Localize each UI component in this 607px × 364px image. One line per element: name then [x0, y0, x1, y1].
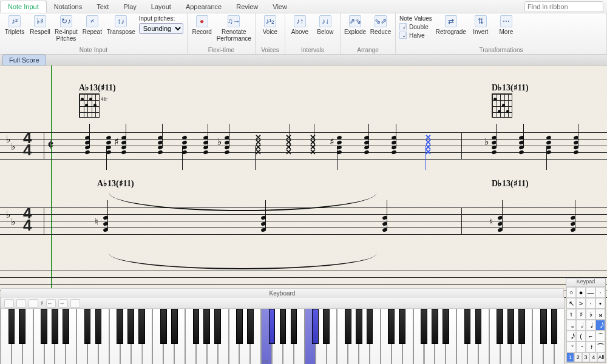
black-key[interactable] — [52, 309, 58, 344]
document-tab-full-score[interactable]: Full Score — [2, 55, 46, 66]
respell-button[interactable]: ♭♯Respell — [29, 15, 51, 35]
black-key[interactable] — [84, 309, 91, 344]
tab-note-input[interactable]: Note Input — [0, 1, 47, 13]
keypad-cell[interactable]: 𝄼 — [576, 342, 586, 352]
transpose-button[interactable]: ↕♪Transpose — [107, 15, 135, 35]
reduce-button[interactable]: ⇘⇗Reduce — [370, 15, 392, 35]
keypad-cell[interactable]: • — [595, 298, 605, 309]
retrograde-button[interactable]: ⇄Retrograde — [436, 15, 466, 35]
repeat-button[interactable]: 𝄎Repeat — [81, 15, 103, 35]
black-key[interactable] — [291, 309, 297, 344]
keyboard-tool[interactable] — [16, 299, 26, 308]
keyboard-tool[interactable] — [29, 299, 38, 308]
black-key[interactable] — [236, 309, 243, 344]
keypad-cell[interactable]: 𝅘𝅥𝅮 — [595, 320, 605, 331]
black-key[interactable] — [63, 309, 69, 344]
tab-text[interactable]: Text — [89, 1, 116, 12]
keypad-cell[interactable]: ⌒ — [595, 331, 605, 342]
keypad-tab[interactable]: 3 — [582, 352, 590, 362]
keypad-tab[interactable]: 1 — [566, 352, 574, 362]
keypad-cell[interactable]: ⁀ — [595, 342, 605, 352]
ribbon-search-input[interactable] — [524, 1, 603, 12]
black-key[interactable] — [399, 309, 405, 344]
keypad-cell[interactable]: ♮ — [566, 309, 576, 320]
triplets-button[interactable]: ♪³Triplets — [4, 15, 25, 35]
keyboard-nav-left[interactable]: ← — [46, 299, 56, 308]
x-notehead[interactable]: ✕ — [255, 150, 262, 154]
x-notehead[interactable]: ✕ — [285, 150, 292, 154]
voice-button[interactable]: ♪¹₂Voice — [259, 15, 281, 35]
black-key[interactable] — [432, 309, 438, 344]
black-key[interactable] — [475, 309, 482, 344]
black-key[interactable] — [203, 309, 210, 344]
black-key[interactable] — [497, 309, 503, 344]
keyboard-tool[interactable] — [4, 299, 14, 308]
black-key[interactable] — [127, 309, 134, 344]
halve-button[interactable]: 𝅘𝅥Halve — [399, 32, 432, 39]
keypad-cell[interactable]: · — [586, 298, 595, 309]
keypad-cell[interactable]: ● — [576, 287, 586, 298]
keypad-cell[interactable]: 𝅗𝅥 — [576, 320, 586, 331]
keypad-cell[interactable]: 𝅝 — [566, 320, 576, 331]
keypad-tab[interactable]: All — [597, 352, 605, 362]
black-key[interactable] — [323, 309, 330, 344]
keypad-tab[interactable]: 4 — [589, 352, 597, 362]
above-button[interactable]: ♪↑Above — [289, 15, 311, 35]
tab-layout[interactable]: Layout — [144, 1, 178, 12]
keypad-tab[interactable]: 2 — [574, 352, 582, 362]
keypad-cell[interactable]: ♭ — [586, 309, 595, 320]
keypad-cell[interactable]: ♯ — [576, 309, 586, 320]
black-key[interactable] — [19, 309, 25, 344]
explode-button[interactable]: ⇗⇘Explode — [344, 15, 366, 35]
black-key[interactable] — [95, 309, 102, 344]
black-key[interactable] — [464, 309, 471, 344]
black-key[interactable] — [540, 309, 547, 344]
black-key[interactable] — [443, 309, 449, 344]
keypad-cell[interactable]: ↖ — [566, 298, 576, 309]
invert-button[interactable]: ⇅Invert — [470, 15, 492, 35]
keypad-cell[interactable]: 𝄻 — [566, 342, 576, 352]
renotate-button[interactable]: ♫→Renotate Performance — [217, 15, 251, 42]
black-key[interactable] — [269, 309, 276, 344]
x-notehead[interactable]: ✕ — [310, 150, 316, 154]
record-button[interactable]: ●Record — [191, 15, 213, 35]
black-key[interactable] — [421, 309, 427, 344]
input-pitches-select[interactable]: Sounding — [139, 23, 183, 34]
piano-keys[interactable]: C4 — [1, 309, 564, 364]
keypad-cell[interactable]: 𝄽 — [586, 342, 595, 352]
black-key[interactable] — [345, 309, 351, 344]
tab-view[interactable]: View — [265, 1, 294, 12]
keypad-cell[interactable]: 𝅘𝅥 — [586, 320, 595, 331]
double-button[interactable]: 𝅗𝅥Double — [399, 23, 432, 30]
keypad-cell[interactable]: 𝄪 — [595, 309, 605, 320]
black-key[interactable] — [551, 309, 558, 344]
keyboard-tool[interactable] — [70, 299, 80, 308]
black-key[interactable] — [518, 309, 525, 344]
x-notehead[interactable]: ✕ — [425, 150, 432, 154]
below-button[interactable]: ♪↓Below — [314, 15, 336, 35]
keypad-cell[interactable]: ⌐ — [586, 331, 595, 342]
black-key[interactable] — [356, 309, 362, 344]
tab-notations[interactable]: Notations — [47, 1, 89, 12]
black-key[interactable] — [41, 309, 47, 344]
reinput-pitches-button[interactable]: ↻♪Re-input Pitches — [55, 15, 78, 42]
keypad-cell[interactable]: > — [576, 298, 586, 309]
black-key[interactable] — [8, 309, 15, 344]
keypad-cell[interactable]: 𝅘𝅥𝅯 — [566, 331, 576, 342]
black-key[interactable] — [247, 309, 254, 344]
black-key[interactable] — [171, 309, 178, 344]
black-key[interactable] — [160, 309, 167, 344]
black-key[interactable] — [193, 309, 200, 344]
black-key[interactable] — [367, 309, 373, 344]
keypad-cell[interactable]: · — [595, 287, 605, 298]
tab-appearance[interactable]: Appearance — [178, 1, 229, 12]
more-button[interactable]: ⋯More — [495, 15, 517, 35]
black-key[interactable] — [388, 309, 395, 344]
black-key[interactable] — [214, 309, 221, 344]
tab-review[interactable]: Review — [229, 1, 265, 12]
black-key[interactable] — [312, 309, 319, 344]
keypad-cell[interactable]: ○ — [566, 287, 576, 298]
keyboard-nav-right[interactable]: → — [58, 299, 68, 308]
black-key[interactable] — [280, 309, 287, 344]
black-key[interactable] — [138, 309, 145, 344]
